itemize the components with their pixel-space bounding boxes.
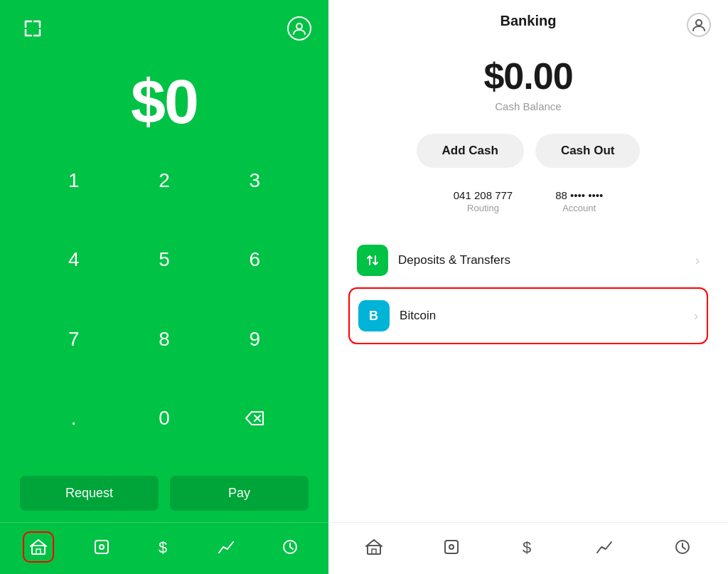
bitcoin-item[interactable]: B Bitcoin › bbox=[348, 287, 708, 344]
svg-rect-2 bbox=[36, 549, 41, 554]
numpad-9[interactable]: 9 bbox=[210, 311, 300, 368]
amount-display: $0 bbox=[131, 65, 198, 138]
left-bottom-nav: $ bbox=[0, 522, 328, 574]
numpad-6[interactable]: 6 bbox=[210, 231, 300, 288]
account-value: 88 •••• •••• bbox=[555, 189, 603, 201]
deposits-chevron-icon: › bbox=[695, 253, 700, 268]
deposits-transfers-item[interactable]: Deposits & Transfers › bbox=[348, 233, 708, 287]
pay-button[interactable]: Pay bbox=[170, 476, 309, 511]
cash-buttons: Add Cash Cash Out bbox=[417, 134, 641, 168]
right-nav-activity[interactable] bbox=[436, 531, 467, 563]
numpad-backspace[interactable] bbox=[210, 390, 300, 447]
svg-text:B: B bbox=[369, 309, 378, 323]
banking-title: Banking bbox=[500, 13, 557, 29]
account-info-item: 88 •••• •••• Account bbox=[555, 189, 603, 213]
balance-label: Cash Balance bbox=[483, 100, 572, 112]
right-panel: Banking $0.00 Cash Balance Add Cash Cash… bbox=[328, 0, 728, 574]
routing-value: 041 208 777 bbox=[454, 189, 513, 201]
numpad-7[interactable]: 7 bbox=[28, 311, 119, 368]
account-label: Account bbox=[555, 203, 603, 213]
numpad-3[interactable]: 3 bbox=[210, 152, 300, 209]
balance-section: $0.00 Cash Balance bbox=[483, 55, 572, 112]
bitcoin-icon-box: B bbox=[358, 300, 390, 331]
svg-rect-11 bbox=[445, 541, 458, 553]
svg-point-7 bbox=[696, 20, 702, 26]
bitcoin-chevron-icon: › bbox=[694, 309, 698, 324]
svg-point-12 bbox=[449, 545, 454, 549]
right-profile-icon[interactable] bbox=[687, 13, 711, 37]
left-nav-cash[interactable]: $ bbox=[149, 531, 180, 563]
right-nav-clock[interactable] bbox=[667, 531, 698, 563]
account-info: 041 208 777 Routing 88 •••• •••• Account bbox=[454, 189, 603, 213]
svg-rect-10 bbox=[372, 549, 376, 554]
svg-point-4 bbox=[100, 545, 104, 549]
numpad-1[interactable]: 1 bbox=[28, 152, 119, 209]
left-nav-investing[interactable] bbox=[211, 531, 242, 563]
left-header bbox=[0, 0, 328, 44]
left-nav-home[interactable] bbox=[23, 531, 54, 563]
routing-info: 041 208 777 Routing bbox=[454, 189, 513, 213]
numpad: 1 2 3 4 5 6 7 8 9 . 0 bbox=[0, 138, 328, 469]
numpad-dot[interactable]: . bbox=[28, 390, 119, 447]
svg-text:$: $ bbox=[523, 538, 531, 556]
deposits-transfers-label: Deposits & Transfers bbox=[398, 253, 695, 267]
svg-point-0 bbox=[296, 23, 302, 29]
left-nav-clock[interactable] bbox=[274, 531, 306, 563]
add-cash-button[interactable]: Add Cash bbox=[417, 134, 524, 168]
balance-amount: $0.00 bbox=[483, 55, 572, 97]
svg-rect-1 bbox=[32, 546, 45, 554]
cash-out-button[interactable]: Cash Out bbox=[535, 134, 641, 168]
menu-list: Deposits & Transfers › B Bitcoin › bbox=[348, 233, 708, 344]
left-nav-activity[interactable] bbox=[86, 531, 117, 563]
bitcoin-label: Bitcoin bbox=[400, 309, 694, 323]
numpad-4[interactable]: 4 bbox=[28, 231, 119, 288]
svg-rect-3 bbox=[95, 541, 108, 553]
bottom-actions: Request Pay bbox=[0, 469, 328, 522]
right-nav-cash[interactable]: $ bbox=[513, 531, 544, 563]
right-nav-home[interactable] bbox=[358, 531, 390, 563]
left-profile-icon[interactable] bbox=[287, 16, 311, 41]
right-header: Banking bbox=[328, 0, 728, 29]
svg-rect-9 bbox=[368, 546, 380, 554]
scan-button[interactable] bbox=[17, 13, 48, 44]
right-nav-investing[interactable] bbox=[589, 531, 621, 563]
numpad-0[interactable]: 0 bbox=[119, 390, 209, 447]
numpad-2[interactable]: 2 bbox=[119, 152, 209, 209]
svg-text:$: $ bbox=[159, 538, 167, 556]
numpad-8[interactable]: 8 bbox=[119, 311, 209, 368]
left-panel: $0 1 2 3 4 5 6 7 8 9 . 0 Request Pay bbox=[0, 0, 328, 574]
request-button[interactable]: Request bbox=[20, 476, 159, 511]
transfers-icon-box bbox=[357, 245, 388, 276]
right-bottom-nav: $ bbox=[328, 522, 728, 574]
routing-label: Routing bbox=[454, 203, 513, 213]
numpad-5[interactable]: 5 bbox=[119, 231, 209, 288]
